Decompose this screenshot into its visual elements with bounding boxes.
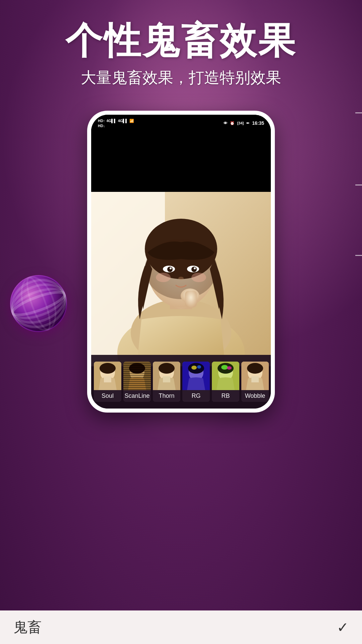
hero-subtitle: 大量鬼畜效果，打造特别效果: [0, 67, 362, 88]
svg-point-28: [100, 363, 116, 374]
filter-item-scanline[interactable]: ScanLine: [123, 362, 151, 402]
hd2-icon: HD↓: [98, 124, 105, 128]
filter-label-rg: RG: [192, 392, 201, 399]
portrait-svg: [91, 192, 271, 366]
status-row-bottom: HD↓: [98, 124, 134, 128]
filter-thumb-wobble: Wobble: [241, 362, 269, 402]
clock-icon: ⏰: [230, 121, 235, 125]
svg-rect-50: [163, 376, 170, 382]
svg-point-22: [156, 273, 171, 282]
connector-line-colorsketch: [355, 255, 362, 256]
filter-label-scanline: ScanLine: [124, 392, 149, 399]
svg-rect-29: [104, 376, 111, 382]
status-time: 16:35: [252, 120, 264, 126]
filter-rb-preview: [212, 362, 239, 390]
rb-preview-svg: [212, 362, 239, 390]
rg-preview-svg: [182, 362, 210, 390]
connector-line-emboss: [355, 112, 362, 113]
filter-thumb-rb: RB: [212, 362, 239, 402]
sphere-visual: [10, 275, 67, 332]
signal2-icon: 4G▌▌: [118, 119, 128, 123]
svg-point-59: [221, 365, 228, 370]
portrait-background: [91, 192, 271, 366]
svg-rect-25: [185, 291, 197, 308]
eye-icon: 👁: [224, 121, 227, 125]
filter-label-rb: RB: [221, 392, 230, 399]
phone-frame: HD↑ 4G▌▌ 4G▌▌ 📶 HD↓ 👁 ⏰ [34] ✏ 16:35: [87, 111, 275, 413]
svg-point-19: [170, 267, 172, 269]
soul-preview-svg: [94, 362, 121, 390]
filter-item-soul[interactable]: Soul: [94, 362, 121, 402]
svg-point-49: [159, 363, 175, 374]
filter-thumb-thorn: Thorn: [153, 362, 180, 402]
signal-4g-icon: 4G▌▌: [106, 119, 116, 123]
filter-item-wobble[interactable]: Wobble: [241, 362, 269, 402]
hero-title: 个性鬼畜效果: [0, 20, 362, 61]
filter-label-thorn: Thorn: [159, 392, 174, 399]
status-right: 👁 ⏰ [34] ✏ 16:35: [224, 120, 264, 126]
svg-point-23: [191, 273, 206, 282]
filter-wobble-preview: [241, 362, 269, 390]
status-row-top: HD↑ 4G▌▌ 4G▌▌ 📶: [98, 119, 134, 123]
filters-strip: Soul: [91, 355, 271, 409]
scanline-preview-svg: [123, 362, 151, 390]
svg-point-60: [227, 366, 232, 370]
svg-point-55: [197, 365, 201, 369]
svg-point-18: [191, 267, 197, 272]
svg-point-20: [194, 267, 196, 269]
wifi-icon: 📶: [129, 119, 134, 123]
svg-point-32: [129, 363, 145, 374]
filter-soul-preview: [94, 362, 121, 390]
phone-screen: HD↑ 4G▌▌ 4G▌▌ 📶 HD↓ 👁 ⏰ [34] ✏ 16:35: [91, 115, 271, 409]
pen-icon: ✏: [246, 121, 249, 125]
filter-item-thorn[interactable]: Thorn: [153, 362, 180, 402]
filter-label-wobble: Wobble: [245, 392, 265, 399]
check-icon[interactable]: ✓: [337, 619, 349, 636]
status-bar: HD↑ 4G▌▌ 4G▌▌ 📶 HD↓ 👁 ⏰ [34] ✏ 16:35: [91, 115, 271, 131]
filter-label-soul: Soul: [102, 392, 114, 399]
svg-point-54: [191, 366, 197, 370]
wobble-preview-svg: [241, 362, 269, 390]
hero-section: 个性鬼畜效果 大量鬼畜效果，打造特别效果: [0, 20, 362, 88]
svg-rect-64: [251, 376, 259, 382]
svg-point-63: [247, 363, 263, 374]
phone-mockup: HD↑ 4G▌▌ 4G▌▌ 📶 HD↓ 👁 ⏰ [34] ✏ 16:35: [87, 111, 275, 413]
bottom-text: 鬼畜: [13, 618, 42, 637]
bottom-bar: 鬼畜 ✓: [0, 610, 362, 644]
filter-thorn-preview: [153, 362, 180, 390]
hd-icon: HD↑: [98, 119, 105, 123]
filter-item-rg[interactable]: RG: [182, 362, 210, 402]
filter-thumb-scanline: ScanLine: [123, 362, 151, 402]
status-left: HD↑ 4G▌▌ 4G▌▌ 📶 HD↓: [98, 119, 134, 128]
battery-icon: [34]: [237, 121, 244, 125]
filter-thumb-rg: RG: [182, 362, 210, 402]
filter-item-rb[interactable]: RB: [212, 362, 239, 402]
filter-scanline-preview: [123, 362, 151, 390]
filter-rg-preview: [182, 362, 210, 390]
main-photo-area: [91, 192, 271, 366]
svg-point-17: [167, 267, 173, 272]
svg-point-21: [178, 277, 184, 280]
purple-sphere: [10, 275, 67, 332]
connector-line-sketch: [355, 184, 362, 185]
sphere-svg: [10, 275, 67, 332]
filter-thumb-soul: Soul: [94, 362, 121, 402]
thorn-preview-svg: [153, 362, 180, 390]
